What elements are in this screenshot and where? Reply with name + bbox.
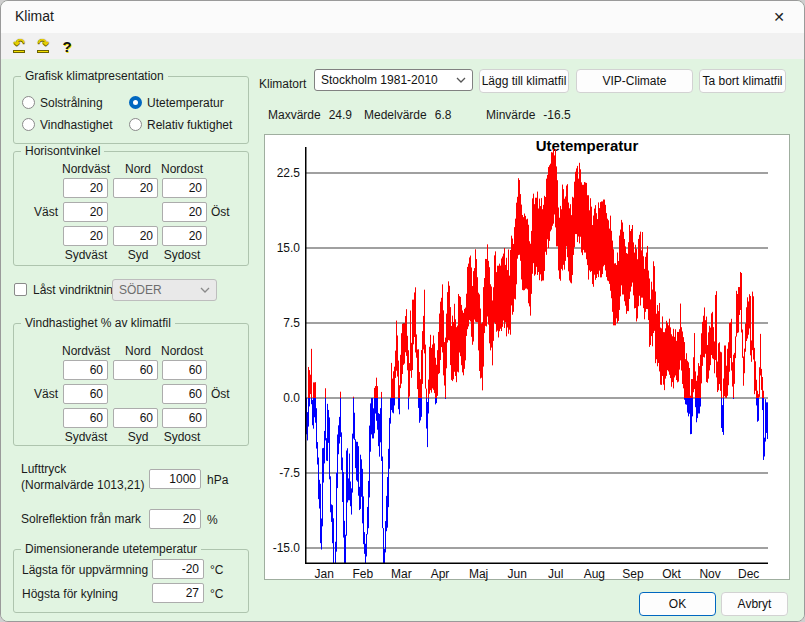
horizon-nw-input[interactable] xyxy=(63,178,108,198)
x-month-label: Sep xyxy=(614,567,653,581)
x-month-label: Aug xyxy=(575,567,614,581)
add-climate-file-button[interactable]: Lägg till klimatfil xyxy=(479,69,569,93)
windspeed-n-input[interactable] xyxy=(113,360,158,380)
x-month-label: Jan xyxy=(305,567,344,581)
radio-vindhastighet-label: Vindhastighet xyxy=(40,118,113,132)
ok-button[interactable]: OK xyxy=(639,592,716,616)
radio-vindhastighet[interactable] xyxy=(22,118,35,131)
x-month-label: Jul xyxy=(537,567,576,581)
window-title: Klimat xyxy=(15,8,54,24)
dir-label-e: Öst xyxy=(211,387,230,401)
design-cooling-input[interactable] xyxy=(152,583,204,603)
horizon-n-input[interactable] xyxy=(113,178,158,198)
horizon-e-input[interactable] xyxy=(162,202,207,222)
x-month-label: Okt xyxy=(652,567,691,581)
klimatort-value: Stockholm 1981-2010 xyxy=(321,73,456,87)
wind-direction-value: SÖDER xyxy=(119,283,200,297)
wind-direction-select[interactable]: SÖDER xyxy=(112,279,217,301)
dir-label-w: Väst xyxy=(34,205,58,219)
group-presentation-title: Grafisk klimatpresentation xyxy=(21,69,168,83)
pressure-label: Lufttryck xyxy=(21,462,66,476)
redo-icon[interactable]: ↷ xyxy=(33,35,53,57)
temperature-chart-canvas xyxy=(305,147,768,564)
dir-label-e: Öst xyxy=(211,205,230,219)
dir-label-se: Sydost xyxy=(152,430,212,444)
windspeed-s-input[interactable] xyxy=(113,408,158,428)
y-tick-label: 7.5 xyxy=(265,316,300,330)
remove-climate-file-button[interactable]: Ta bort klimatfil xyxy=(699,69,786,93)
dir-label-se: Sydost xyxy=(152,248,212,262)
pressure-unit: hPa xyxy=(207,473,228,487)
y-tick-label: -7.5 xyxy=(265,466,300,480)
group-wind-speed-title: Vindhastighet % av klimatfil xyxy=(21,316,175,330)
help-icon[interactable]: ? xyxy=(57,35,77,57)
undo-icon[interactable]: ↶ xyxy=(9,35,29,57)
toolbar: ↶ ↷ ? xyxy=(1,33,804,59)
horizon-sw-input[interactable] xyxy=(63,226,108,246)
titlebar: Klimat ✕ xyxy=(1,1,804,33)
klimatort-select[interactable]: Stockholm 1981-2010 xyxy=(314,69,473,91)
close-icon[interactable]: ✕ xyxy=(762,4,796,30)
cancel-button[interactable]: Avbryt xyxy=(721,592,788,616)
reflection-unit: % xyxy=(207,513,218,527)
klimatort-label: Klimatort xyxy=(259,77,306,91)
design-cooling-label: Högsta för kylning xyxy=(22,587,118,601)
x-month-label: Feb xyxy=(344,567,383,581)
dir-label-w: Väst xyxy=(34,387,58,401)
stat-min-value: -16.5 xyxy=(543,108,570,122)
horizon-w-input[interactable] xyxy=(63,202,108,222)
windspeed-e-input[interactable] xyxy=(162,384,207,404)
pressure-normal-label: (Normalvärde 1013,21) xyxy=(21,478,144,492)
windspeed-nw-input[interactable] xyxy=(63,360,108,380)
klimat-dialog: Klimat ✕ ↶ ↷ ? Grafisk klimatpresentatio… xyxy=(0,0,805,622)
radio-relativ-fuktighet[interactable] xyxy=(129,118,142,131)
radio-utetemperatur-label: Utetemperatur xyxy=(147,96,224,110)
x-month-label: Apr xyxy=(421,567,460,581)
radio-utetemperatur[interactable] xyxy=(129,96,142,109)
design-heating-label: Lägsta för uppvärmning xyxy=(22,563,148,577)
windspeed-ne-input[interactable] xyxy=(162,360,207,380)
x-month-label: Nov xyxy=(691,567,730,581)
stat-min-label: Minvärde xyxy=(486,108,535,122)
wind-lock-label: Låst vindriktning xyxy=(33,283,120,297)
radio-solstralning-label: Solstrålning xyxy=(40,96,103,110)
design-heating-input[interactable] xyxy=(152,559,204,579)
group-design-temp: Dimensionerande utetemperatur Lägsta för… xyxy=(13,549,249,613)
stat-max-label: Maxvärde xyxy=(268,108,321,122)
group-horizon-title: Horisontvinkel xyxy=(21,144,104,158)
y-tick-label: -15.0 xyxy=(265,541,300,555)
group-presentation: Grafisk klimatpresentation Solstrålning … xyxy=(13,76,249,144)
horizon-s-input[interactable] xyxy=(113,226,158,246)
group-horizon: Horisontvinkel Nordväst Nord Nordost Väs… xyxy=(13,151,249,266)
wind-lock-checkbox[interactable] xyxy=(14,283,27,296)
horizon-se-input[interactable] xyxy=(162,226,207,246)
stat-mean-label: Medelvärde xyxy=(364,108,427,122)
y-tick-label: 0.0 xyxy=(265,391,300,405)
x-month-label: Dec xyxy=(729,567,768,581)
vip-climate-button[interactable]: VIP-Climate xyxy=(576,69,693,93)
pressure-input[interactable] xyxy=(149,469,201,489)
reflection-input[interactable] xyxy=(149,509,201,529)
stat-mean: Medelvärde6.8 xyxy=(364,105,451,123)
x-month-label: Maj xyxy=(459,567,498,581)
temperature-chart-panel: Utetemperatur 22.515.07.50.0-7.5-15.0Jan… xyxy=(264,134,790,580)
dir-label-ne: Nordost xyxy=(152,344,212,358)
stat-max: Maxvärde24.9 xyxy=(268,105,352,123)
stat-min: Minvärde-16.5 xyxy=(486,105,571,123)
windspeed-se-input[interactable] xyxy=(162,408,207,428)
stat-mean-value: 6.8 xyxy=(435,108,452,122)
radio-solstralning[interactable] xyxy=(22,96,35,109)
group-wind-speed: Vindhastighet % av klimatfil Nordväst No… xyxy=(13,323,249,446)
horizon-ne-input[interactable] xyxy=(162,178,207,198)
x-month-label: Mar xyxy=(382,567,421,581)
y-tick-label: 15.0 xyxy=(265,241,300,255)
y-tick-label: 22.5 xyxy=(265,166,300,180)
windspeed-sw-input[interactable] xyxy=(63,408,108,428)
windspeed-w-input[interactable] xyxy=(63,384,108,404)
design-cooling-unit: °C xyxy=(210,587,223,601)
x-month-label: Jun xyxy=(498,567,537,581)
stat-max-value: 24.9 xyxy=(329,108,352,122)
group-design-temp-title: Dimensionerande utetemperatur xyxy=(21,542,201,556)
chevron-down-icon xyxy=(456,77,466,83)
reflection-label: Solreflektion från mark xyxy=(21,512,141,526)
